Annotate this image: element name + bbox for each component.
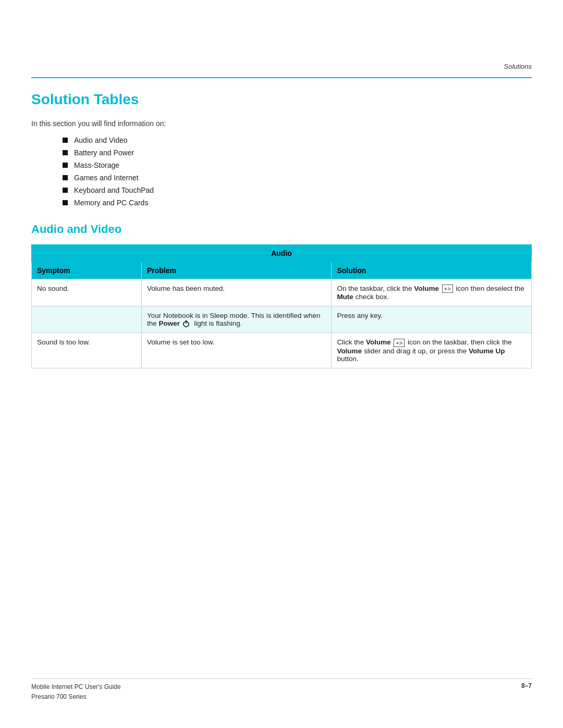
cell-solution: On the taskbar, click the Volume +> icon… bbox=[332, 279, 532, 306]
table-header-cols: Symptom Problem Solution bbox=[32, 262, 532, 279]
bold-volume-up: Volume Up bbox=[469, 347, 505, 355]
bullet-icon bbox=[63, 150, 68, 155]
cell-problem: Volume is set too low. bbox=[141, 333, 331, 368]
bullet-icon bbox=[63, 200, 68, 205]
bullet-icon bbox=[63, 188, 68, 193]
page-container: Solutions Solution Tables In this sectio… bbox=[0, 0, 563, 728]
bullet-icon bbox=[63, 138, 68, 143]
bullet-text: Keyboard and TouchPad bbox=[74, 186, 154, 194]
footer: Mobile Internet PC User's Guide Presario… bbox=[31, 678, 532, 702]
col-solution: Solution bbox=[332, 262, 532, 279]
list-item: Mass-Storage bbox=[63, 161, 532, 169]
table-header-top: Audio bbox=[32, 245, 532, 262]
cell-symptom bbox=[32, 306, 142, 333]
bold-volume: Volume bbox=[414, 285, 439, 292]
bullet-icon bbox=[63, 163, 68, 168]
footer-page-number: 8–7 bbox=[521, 682, 532, 689]
bullet-text: Mass-Storage bbox=[74, 161, 119, 169]
cell-solution: Press any key. bbox=[332, 306, 532, 333]
main-content: Solution Tables In this section you will… bbox=[31, 91, 532, 384]
bullet-list: Audio and Video Battery and Power Mass-S… bbox=[63, 136, 532, 207]
table-row: Sound is too low. Volume is set too low.… bbox=[32, 333, 532, 368]
footer-rule bbox=[31, 678, 532, 679]
table-row: Your Notebook is in Sleep mode. This is … bbox=[32, 306, 532, 333]
top-rule bbox=[31, 77, 532, 78]
list-item: Memory and PC Cards bbox=[63, 199, 532, 207]
list-item: Games and Internet bbox=[63, 174, 532, 182]
footer-line1: Mobile Internet PC User's Guide bbox=[31, 682, 121, 692]
list-item: Audio and Video bbox=[63, 136, 532, 144]
cell-problem: Volume has been muted. bbox=[141, 279, 331, 306]
bold-volume3: Volume bbox=[337, 347, 362, 355]
solution-table: Audio Symptom Problem Solution No sound.… bbox=[31, 244, 532, 368]
table-header-audio: Audio bbox=[32, 245, 532, 262]
col-problem: Problem bbox=[141, 262, 331, 279]
footer-line2: Presario 700 Series bbox=[31, 692, 121, 702]
bullet-text: Battery and Power bbox=[74, 149, 134, 157]
bullet-icon bbox=[63, 175, 68, 180]
bold-mute: Mute bbox=[337, 293, 353, 301]
cell-symptom: Sound is too low. bbox=[32, 333, 142, 368]
footer-content: Mobile Internet PC User's Guide Presario… bbox=[31, 682, 532, 702]
footer-left: Mobile Internet PC User's Guide Presario… bbox=[31, 682, 121, 702]
table-row: No sound. Volume has been muted. On the … bbox=[32, 279, 532, 306]
list-item: Battery and Power bbox=[63, 149, 532, 157]
bullet-text: Audio and Video bbox=[74, 136, 128, 144]
cell-symptom: No sound. bbox=[32, 279, 142, 306]
cell-solution: Click the Volume +> icon on the taskbar,… bbox=[332, 333, 532, 368]
power-icon bbox=[183, 321, 189, 327]
volume-icon: +> bbox=[442, 285, 453, 293]
intro-text: In this section you will find informatio… bbox=[31, 119, 532, 128]
header-section-label: Solutions bbox=[504, 63, 532, 70]
bullet-text: Games and Internet bbox=[74, 174, 139, 182]
volume-icon2: +> bbox=[394, 339, 405, 347]
subsection-title: Audio and Video bbox=[31, 223, 532, 236]
bold-volume2: Volume bbox=[366, 338, 391, 346]
bold-power: Power bbox=[159, 319, 180, 327]
col-symptom: Symptom bbox=[32, 262, 142, 279]
section-title: Solution Tables bbox=[31, 91, 532, 108]
cell-problem: Your Notebook is in Sleep mode. This is … bbox=[141, 306, 331, 333]
bullet-text: Memory and PC Cards bbox=[74, 199, 148, 207]
list-item: Keyboard and TouchPad bbox=[63, 186, 532, 194]
